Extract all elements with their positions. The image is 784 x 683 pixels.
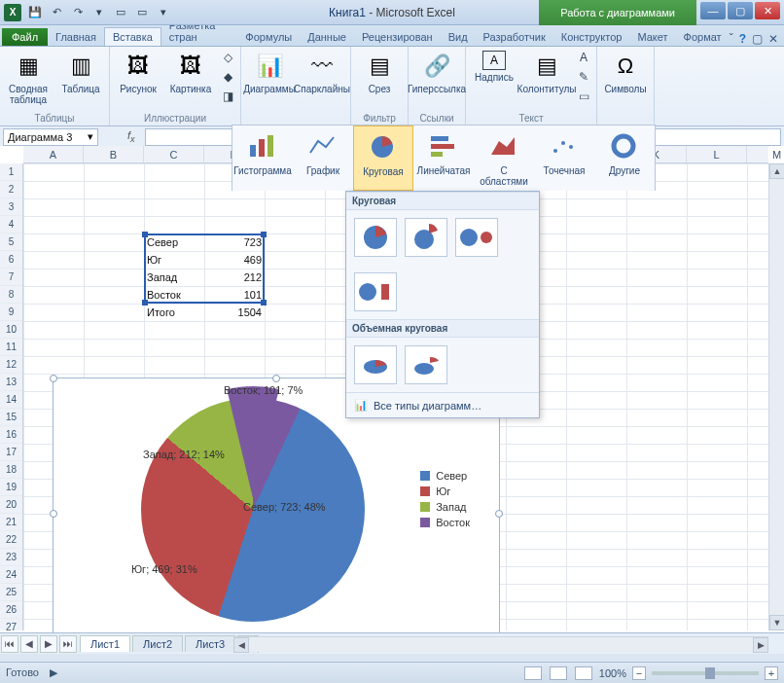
col-header-A[interactable]: A [23,146,84,162]
tab-insert[interactable]: Вставка [104,27,161,46]
row-header-21[interactable]: 21 [0,514,22,531]
chart-tools-tab[interactable]: Работа с диаграммами [539,0,696,25]
chart-handle[interactable] [272,375,280,382]
fx-icon[interactable]: fx [127,129,135,144]
scroll-down-icon[interactable]: ▼ [769,615,784,630]
row-header-6[interactable]: 6 [0,251,22,269]
row-header-18[interactable]: 18 [0,461,22,479]
shapes-icon[interactable]: ◇ [219,49,236,66]
charttype-scatter[interactable]: Точечная [534,126,594,191]
row-header-7[interactable]: 7 [0,269,22,286]
pie-3d-1[interactable] [354,345,397,384]
row-header-23[interactable]: 23 [0,549,22,566]
charts-button[interactable]: 📊 Диаграммы [245,49,294,94]
restore-workbook-icon[interactable]: ▢ [752,32,763,46]
screenshot-icon[interactable]: ◨ [219,88,236,105]
zoom-slider-thumb[interactable] [705,667,715,679]
row-header-12[interactable]: 12 [0,356,22,374]
file-tab[interactable]: Файл [2,28,48,46]
row-header-5[interactable]: 5 [0,234,22,251]
pie-2d-exploded[interactable] [405,218,447,257]
textbox-button[interactable]: A Надпись [470,49,518,105]
scroll-up-icon[interactable]: ▲ [769,163,784,179]
all-chart-types[interactable]: 📊 Все типы диаграмм… [346,392,539,417]
maximize-button[interactable]: ▢ [728,2,753,19]
row-header-3[interactable]: 3 [0,198,22,216]
pie-2d-1[interactable] [354,218,397,257]
row-header-20[interactable]: 20 [0,496,22,514]
chart-handle[interactable] [50,510,57,518]
row-header-11[interactable]: 11 [0,339,22,356]
zoom-slider[interactable] [652,671,759,675]
zoom-in-button[interactable]: + [765,666,778,680]
col-header-L[interactable]: L [687,146,747,162]
close-workbook-icon[interactable]: ✕ [768,32,778,46]
tab-view[interactable]: Вид [441,28,476,46]
row-header-16[interactable]: 16 [0,426,22,444]
row-header-26[interactable]: 26 [0,601,22,619]
col-header-B[interactable]: B [84,146,144,162]
name-box-dropdown-icon[interactable]: ▾ [88,130,93,143]
zoom-out-button[interactable]: − [632,666,646,680]
sheet-nav-prev[interactable]: ◀ [20,635,38,653]
sheet-nav-last[interactable]: ⏭ [59,635,77,653]
name-box[interactable]: Диаграмма 3 ▾ [3,128,98,146]
row-header-10[interactable]: 10 [0,321,22,339]
hyperlink-button[interactable]: 🔗 Гиперссылка [412,49,461,94]
scroll-right-icon[interactable]: ▶ [753,637,768,653]
header-footer-button[interactable]: ▤ Колонтитулы [522,49,571,105]
vertical-scrollbar[interactable]: ▲ ▼ [768,163,784,630]
col-header-M[interactable]: M [747,146,784,162]
col-header-C[interactable]: C [144,146,204,162]
view-pagebreak-button[interactable] [575,666,592,680]
view-normal-button[interactable] [524,666,542,680]
picture-button[interactable]: 🖼 Рисунок [114,49,162,105]
charttype-other[interactable]: Другие [594,126,655,191]
charttype-pie[interactable]: Круговая [353,126,413,191]
tab-review[interactable]: Рецензирован [354,28,441,46]
row-header-9[interactable]: 9 [0,304,22,321]
tab-data[interactable]: Данные [300,28,354,46]
pie-slice-east-exploded[interactable] [141,386,365,610]
row-header-25[interactable]: 25 [0,584,22,601]
row-header-24[interactable]: 24 [0,566,22,584]
qat-btn-1[interactable]: ▭ [113,5,128,20]
charttype-column[interactable]: Гистограмма [232,126,293,191]
row-header-8[interactable]: 8 [0,286,22,304]
charttype-area[interactable]: С областями [474,126,534,191]
qat-dropdown-icon[interactable]: ▾ [156,5,171,20]
help-icon[interactable]: ? [739,32,746,46]
charttype-bar[interactable]: Линейчатая [413,126,474,191]
excel-icon[interactable]: X [4,4,21,21]
chart-handle[interactable] [50,375,57,382]
tab-design[interactable]: Конструктор [553,28,630,46]
smartart-icon[interactable]: ◆ [219,68,236,86]
sheet-nav-next[interactable]: ▶ [40,635,57,653]
tab-formulas[interactable]: Формулы [237,28,300,46]
sheet-nav-first[interactable]: ⏮ [1,635,18,653]
chart-legend[interactable]: Север Юг Запад Восток [420,466,470,532]
charttype-line[interactable]: График [293,126,353,191]
object-icon[interactable]: ▭ [575,88,592,105]
row-header-4[interactable]: 4 [0,216,22,234]
table-button[interactable]: ▥ Таблица [56,49,105,105]
slicer-button[interactable]: ▤ Срез [355,49,404,94]
tab-layout[interactable]: Макет [629,28,675,46]
symbols-button[interactable]: Ω Символы [601,49,650,94]
row-header-17[interactable]: 17 [0,444,22,461]
cell-D9[interactable]: 1504 [204,304,265,321]
qat-btn-2[interactable]: ▭ [134,5,150,20]
clipart-button[interactable]: 🖼 Картинка [166,49,215,105]
row-header-2[interactable]: 2 [0,181,22,198]
row-header-19[interactable]: 19 [0,479,22,496]
row-header-15[interactable]: 15 [0,409,22,426]
minimize-button[interactable]: — [700,2,726,19]
sheet-tab-2[interactable]: Лист2 [132,635,183,652]
horizontal-scrollbar[interactable]: ◀ ▶ [233,636,768,652]
sheet-tab-3[interactable]: Лист3 [185,635,235,652]
row-header-1[interactable]: 1 [0,163,22,181]
pie-3d-exploded[interactable] [405,345,447,384]
scroll-left-icon[interactable]: ◀ [233,637,249,653]
row-header-22[interactable]: 22 [0,531,22,549]
pivot-table-button[interactable]: ▦ Сводная таблица [4,49,53,105]
